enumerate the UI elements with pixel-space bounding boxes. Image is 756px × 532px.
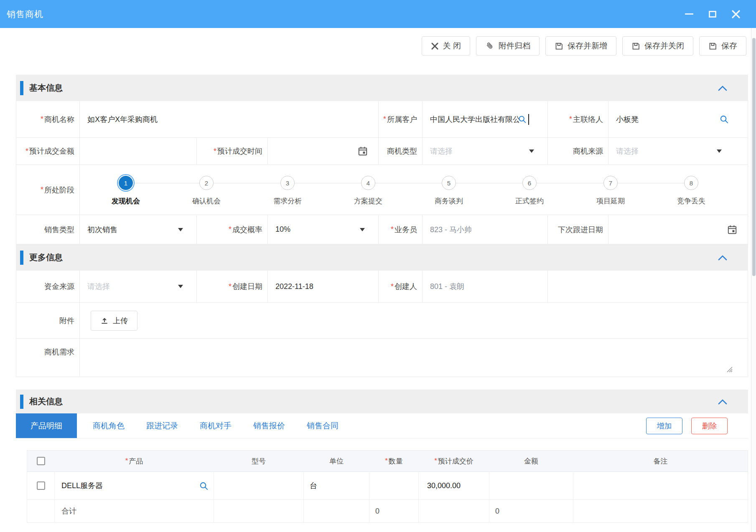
scrollbar[interactable] bbox=[751, 28, 756, 532]
maximize-icon bbox=[709, 11, 716, 18]
tab-product-detail[interactable]: 产品明细 bbox=[16, 413, 77, 438]
delete-row-button[interactable]: 删除 bbox=[691, 418, 728, 434]
close-button[interactable]: 关 闭 bbox=[422, 36, 470, 56]
scrollbar-thumb[interactable] bbox=[752, 38, 756, 276]
expected-amount-field[interactable] bbox=[80, 138, 197, 165]
stage-step-label: 项目延期 bbox=[585, 196, 636, 206]
stage-step-6[interactable]: 6 正式签约 bbox=[504, 176, 555, 206]
create-date-field[interactable]: 2022-11-18 bbox=[268, 271, 379, 303]
label-text: 所处阶段 bbox=[44, 185, 74, 195]
required-mark: * bbox=[229, 282, 232, 291]
stage-step-circle: 6 bbox=[522, 176, 537, 190]
stage-step-4[interactable]: 4 方案提交 bbox=[343, 176, 393, 206]
opp-name-label: *商机名称 bbox=[16, 101, 80, 138]
product-search-button[interactable] bbox=[199, 481, 209, 491]
search-icon[interactable] bbox=[518, 115, 527, 124]
col-unit: 单位 bbox=[304, 451, 369, 472]
opp-name-field[interactable]: 如X客户X年采购商机 bbox=[80, 101, 379, 138]
tab-opp-rival[interactable]: 商机对手 bbox=[194, 413, 237, 438]
opp-source-select[interactable]: 请选择 bbox=[608, 138, 748, 165]
collapse-basic-button[interactable] bbox=[718, 85, 727, 91]
attachment-archive-button[interactable]: 附件归档 bbox=[476, 36, 540, 56]
stage-step-7[interactable]: 7 项目延期 bbox=[585, 176, 636, 206]
save-icon bbox=[555, 42, 563, 51]
section-accent-bar bbox=[20, 395, 23, 409]
label-text: 商机类型 bbox=[387, 146, 417, 156]
next-follow-date-field[interactable] bbox=[608, 215, 748, 244]
stage-step-3[interactable]: 3 需求分析 bbox=[262, 176, 313, 206]
stage-step-8[interactable]: 8 竞争丢失 bbox=[666, 176, 716, 206]
stage-step-1[interactable]: 1 发现机会 bbox=[101, 176, 151, 206]
unit-cell[interactable]: 台 bbox=[304, 472, 369, 500]
tab-follow-record[interactable]: 跟进记录 bbox=[140, 413, 184, 438]
select-all-checkbox[interactable] bbox=[37, 457, 45, 465]
col-model: 型号 bbox=[214, 451, 304, 472]
amount-cell[interactable] bbox=[489, 472, 573, 500]
stage-step-label: 商务谈判 bbox=[424, 196, 474, 206]
close-window-button[interactable] bbox=[731, 9, 741, 19]
probability-select[interactable]: 10% bbox=[268, 215, 379, 244]
tab-opp-role[interactable]: 商机角色 bbox=[87, 413, 130, 438]
add-row-button[interactable]: 增加 bbox=[646, 418, 682, 434]
fund-source-select[interactable]: 请选择 bbox=[80, 271, 197, 303]
salesman-field[interactable]: 823 - 马小帅 bbox=[423, 215, 548, 244]
field-row: 商机需求 bbox=[16, 339, 748, 377]
chevron-up-icon bbox=[718, 85, 727, 91]
collapse-more-button[interactable] bbox=[718, 255, 727, 261]
fund-source-placeholder: 请选择 bbox=[87, 281, 110, 291]
customer-field[interactable]: 中国人民大学出版社有限公 bbox=[423, 101, 548, 138]
header-text: 型号 bbox=[252, 456, 266, 466]
resize-handle[interactable] bbox=[725, 365, 733, 372]
toolbar: 关 闭 附件归档 保存并新增 保存并关闭 保存 bbox=[16, 36, 746, 56]
minimize-button[interactable] bbox=[684, 9, 694, 19]
header-text: 数量 bbox=[389, 456, 403, 466]
collapse-related-button[interactable] bbox=[718, 399, 727, 405]
save-close-button[interactable]: 保存并关闭 bbox=[622, 36, 693, 56]
date-picker-button[interactable] bbox=[727, 224, 738, 235]
total-label: 合计 bbox=[61, 506, 76, 516]
contact-field[interactable]: 小板凳 bbox=[608, 101, 748, 138]
required-mark: * bbox=[41, 185, 43, 194]
field-row: 附件 上传 bbox=[16, 303, 748, 339]
contact-label: *主联络人 bbox=[548, 101, 608, 138]
label-text: 创建日期 bbox=[232, 281, 262, 291]
empty-cell bbox=[573, 500, 748, 523]
row-checkbox[interactable] bbox=[37, 481, 45, 490]
required-mark: * bbox=[385, 457, 388, 465]
opp-type-select[interactable]: 请选择 bbox=[423, 138, 548, 165]
product-cell[interactable]: DELL服务器 bbox=[55, 472, 214, 500]
maximize-button[interactable] bbox=[708, 9, 718, 19]
fund-source-label: 资金来源 bbox=[16, 271, 80, 303]
date-picker-button[interactable] bbox=[357, 146, 368, 157]
label-text: 主联络人 bbox=[573, 114, 603, 124]
stage-step-circle: 4 bbox=[361, 176, 375, 190]
header-text: 单位 bbox=[329, 456, 344, 466]
dropdown-arrow-icon bbox=[360, 228, 365, 231]
required-mark: * bbox=[214, 147, 216, 156]
basic-info-title: 基本信息 bbox=[29, 82, 63, 94]
qty-cell[interactable] bbox=[369, 472, 419, 500]
upload-button[interactable]: 上传 bbox=[91, 311, 137, 331]
price-cell[interactable]: 30,000.00 bbox=[419, 472, 489, 500]
creator-field[interactable]: 801 - 袁朗 bbox=[423, 271, 548, 303]
window-controls bbox=[684, 9, 749, 19]
stage-step-circle: 1 bbox=[119, 176, 133, 190]
stage-step-circle: 3 bbox=[280, 176, 295, 190]
creator-value: 801 - 袁朗 bbox=[430, 281, 464, 291]
dropdown-arrow-icon bbox=[717, 149, 722, 153]
stage-step-5[interactable]: 5 商务谈判 bbox=[424, 176, 474, 206]
total-qty-value: 0 bbox=[375, 507, 379, 516]
contact-search-button[interactable] bbox=[719, 114, 729, 124]
sales-type-select[interactable]: 初次销售 bbox=[80, 215, 197, 244]
stage-step-2[interactable]: 2 确认机会 bbox=[181, 176, 232, 206]
save-new-button[interactable]: 保存并新增 bbox=[545, 36, 616, 56]
save-button[interactable]: 保存 bbox=[699, 36, 746, 56]
expected-date-field[interactable] bbox=[268, 138, 379, 165]
tab-sales-quote[interactable]: 销售报价 bbox=[247, 413, 291, 438]
remark-cell[interactable] bbox=[573, 472, 748, 500]
header-text: 预计成交价 bbox=[438, 456, 473, 466]
tab-sales-contract[interactable]: 销售合同 bbox=[301, 413, 344, 438]
model-cell[interactable] bbox=[214, 472, 304, 500]
label-text: 业务员 bbox=[395, 225, 417, 235]
requirement-textarea[interactable] bbox=[80, 339, 748, 377]
